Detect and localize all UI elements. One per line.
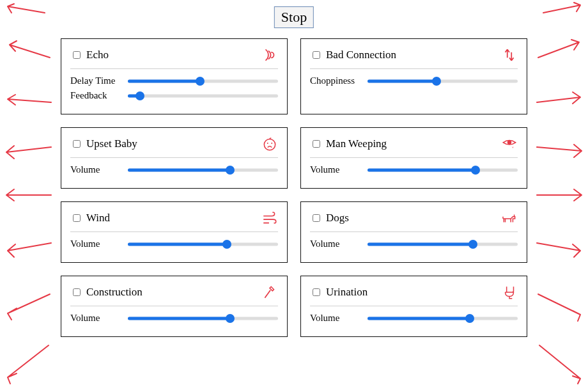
card-header: Wind bbox=[70, 210, 278, 232]
card-header: Construction bbox=[70, 284, 278, 306]
card-title-wrap[interactable]: Urination bbox=[310, 286, 368, 299]
card-title-wrap[interactable]: Echo bbox=[70, 49, 109, 61]
weeping-icon bbox=[501, 136, 518, 152]
slider-row: Choppiness bbox=[310, 75, 518, 86]
slider-row: Volume bbox=[310, 164, 518, 175]
slider-thumb[interactable] bbox=[226, 166, 235, 175]
card-title-wrap[interactable]: Upset Baby bbox=[70, 137, 137, 150]
enable-checkbox[interactable] bbox=[73, 288, 81, 296]
slider-label: Choppiness bbox=[310, 75, 361, 86]
slider-label: Delay Time bbox=[70, 75, 121, 86]
toilet-icon bbox=[501, 284, 518, 301]
slider-row: Volume bbox=[70, 239, 278, 249]
slider-label: Volume bbox=[70, 313, 121, 324]
slider-label: Volume bbox=[310, 239, 361, 249]
dog-icon bbox=[501, 210, 518, 226]
slider-thumb[interactable] bbox=[468, 240, 477, 249]
svg-point-2 bbox=[271, 143, 272, 144]
slider-row: Feedback bbox=[70, 90, 278, 101]
slider[interactable] bbox=[128, 239, 278, 249]
slider[interactable] bbox=[368, 165, 518, 175]
card-title: Urination bbox=[326, 286, 368, 299]
slider-fill bbox=[368, 168, 476, 171]
card-title-wrap[interactable]: Construction bbox=[70, 286, 143, 299]
slider-thumb[interactable] bbox=[135, 91, 144, 100]
slider-fill bbox=[368, 317, 470, 320]
effect-card: UrinationVolume bbox=[300, 276, 527, 337]
effect-card: ConstructionVolume bbox=[61, 276, 288, 337]
slider-row: Volume bbox=[310, 313, 518, 324]
card-header: Echo bbox=[70, 47, 278, 69]
slider-row: Delay Time bbox=[70, 75, 278, 86]
effect-card: Bad ConnectionChoppiness bbox=[300, 38, 527, 114]
bad-connection-icon bbox=[501, 47, 518, 63]
effect-card: WindVolume bbox=[61, 201, 288, 263]
slider-thumb[interactable] bbox=[471, 166, 480, 175]
enable-checkbox[interactable] bbox=[73, 214, 81, 222]
slider-thumb[interactable] bbox=[222, 240, 231, 249]
card-title: Wind bbox=[86, 212, 110, 224]
card-title: Echo bbox=[86, 49, 109, 61]
slider-thumb[interactable] bbox=[196, 77, 205, 86]
svg-point-0 bbox=[264, 139, 275, 150]
card-title: Construction bbox=[86, 286, 143, 299]
slider-label: Volume bbox=[310, 313, 361, 324]
upset-baby-icon bbox=[261, 136, 278, 152]
card-header: Urination bbox=[310, 284, 518, 306]
slider[interactable] bbox=[128, 91, 278, 101]
slider-thumb[interactable] bbox=[432, 77, 441, 86]
slider-label: Volume bbox=[310, 164, 361, 175]
slider-fill bbox=[368, 79, 437, 82]
slider[interactable] bbox=[368, 239, 518, 249]
slider-thumb[interactable] bbox=[465, 314, 474, 323]
slider-fill bbox=[128, 317, 230, 320]
effect-card: DogsVolume bbox=[300, 201, 527, 263]
slider-row: Volume bbox=[70, 313, 278, 324]
card-title: Man Weeping bbox=[326, 137, 387, 150]
slider-fill bbox=[128, 242, 227, 246]
svg-point-3 bbox=[507, 141, 512, 145]
enable-checkbox[interactable] bbox=[313, 214, 320, 222]
slider-track bbox=[128, 94, 278, 97]
enable-checkbox[interactable] bbox=[313, 140, 320, 148]
echo-icon bbox=[261, 47, 278, 63]
card-header: Upset Baby bbox=[70, 136, 278, 158]
card-title-wrap[interactable]: Wind bbox=[70, 212, 110, 224]
slider-thumb[interactable] bbox=[226, 314, 235, 323]
card-title-wrap[interactable]: Bad Connection bbox=[310, 49, 396, 61]
slider-label: Feedback bbox=[70, 90, 121, 101]
slider-fill bbox=[128, 79, 200, 82]
enable-checkbox[interactable] bbox=[313, 51, 320, 59]
enable-checkbox[interactable] bbox=[313, 288, 320, 296]
card-title: Dogs bbox=[326, 212, 349, 224]
slider[interactable] bbox=[368, 313, 518, 324]
decorative-arrows-left bbox=[0, 0, 58, 392]
slider-label: Volume bbox=[70, 164, 121, 175]
slider-label: Volume bbox=[70, 239, 121, 249]
svg-point-1 bbox=[267, 143, 268, 144]
effect-card: Man WeepingVolume bbox=[300, 127, 527, 189]
effects-grid: EchoDelay TimeFeedbackBad ConnectionChop… bbox=[61, 38, 527, 337]
card-header: Man Weeping bbox=[310, 136, 518, 158]
card-title-wrap[interactable]: Dogs bbox=[310, 212, 349, 224]
slider-fill bbox=[128, 168, 230, 171]
effect-card: Upset BabyVolume bbox=[61, 127, 288, 189]
enable-checkbox[interactable] bbox=[73, 140, 81, 148]
effect-card: EchoDelay TimeFeedback bbox=[61, 38, 288, 114]
card-title: Bad Connection bbox=[326, 49, 396, 61]
slider[interactable] bbox=[128, 76, 278, 86]
card-header: Bad Connection bbox=[310, 47, 518, 69]
slider-fill bbox=[368, 242, 473, 246]
decorative-arrows-right bbox=[530, 0, 588, 392]
hammer-icon bbox=[261, 284, 278, 301]
stop-button[interactable]: Stop bbox=[274, 6, 314, 28]
card-title-wrap[interactable]: Man Weeping bbox=[310, 137, 387, 150]
slider-row: Volume bbox=[310, 239, 518, 249]
card-title: Upset Baby bbox=[86, 137, 137, 150]
card-header: Dogs bbox=[310, 210, 518, 232]
slider[interactable] bbox=[368, 76, 518, 86]
wind-icon bbox=[261, 210, 278, 226]
slider[interactable] bbox=[128, 313, 278, 324]
slider[interactable] bbox=[128, 165, 278, 175]
enable-checkbox[interactable] bbox=[73, 51, 81, 59]
